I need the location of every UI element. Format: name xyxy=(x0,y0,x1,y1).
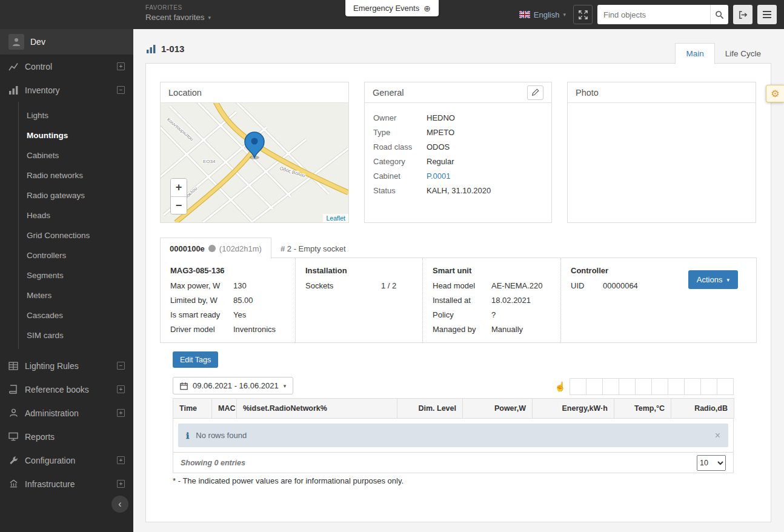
recent-favorites-dropdown[interactable]: Recent favorites ▾ xyxy=(145,13,211,22)
search-button[interactable] xyxy=(710,5,728,24)
collapse-icon[interactable]: − xyxy=(117,86,125,94)
column-header-temp[interactable]: Temp,°C xyxy=(614,399,671,419)
sidebar-item-lights[interactable]: Lights xyxy=(19,105,133,125)
map[interactable]: ΕΟ34 Οδός Βόλου Κουντουριώτου Πατρόκλου … xyxy=(161,103,348,222)
sidebar-item-infrastructure[interactable]: Infrastructure + xyxy=(0,472,133,496)
user-row[interactable]: Dev xyxy=(0,29,133,55)
close-icon[interactable]: × xyxy=(715,430,720,441)
table-toolbar: 09.06.2021 - 16.06.2021 ▾ ☝ xyxy=(173,377,734,395)
chevron-down-icon: ▾ xyxy=(284,383,287,389)
bar-chart-icon xyxy=(147,45,156,53)
sidebar-item-segments[interactable]: Segments xyxy=(19,265,133,285)
sidebar-item-control[interactable]: Control + xyxy=(0,55,133,78)
expand-icon[interactable]: + xyxy=(117,480,125,488)
sidebar-item-mountings[interactable]: Mountings xyxy=(19,125,133,145)
sidebar-item-reference-books[interactable]: Reference books + xyxy=(0,377,133,401)
language-selector[interactable]: English ▾ xyxy=(519,10,566,19)
field-label: Owner xyxy=(373,111,427,125)
chevron-down-icon: ▾ xyxy=(208,15,211,21)
logout-button[interactable] xyxy=(733,5,752,24)
tab-life-cycle[interactable]: Life Cycle xyxy=(715,44,771,64)
emergency-events-button[interactable]: Emergency Events ⊕ xyxy=(345,0,439,16)
zoom-in-button[interactable]: + xyxy=(171,179,187,196)
sidebar-item-heads[interactable]: Heads xyxy=(19,205,133,225)
detail-label: Is smart ready xyxy=(170,308,233,322)
column-toggle-cell[interactable] xyxy=(619,378,636,395)
info-icon: ℹ xyxy=(186,431,189,441)
tab-main[interactable]: Main xyxy=(675,43,714,64)
column-toggle-cell[interactable] xyxy=(700,378,717,395)
expand-icon[interactable]: + xyxy=(117,62,125,70)
detail-label: Limited by, W xyxy=(170,293,233,308)
fullscreen-button[interactable] xyxy=(573,5,593,24)
settings-button[interactable]: ⚙ xyxy=(766,85,784,102)
sidebar-item-lighting-rules[interactable]: Lighting Rules − xyxy=(0,354,133,377)
sidebar-item-administration[interactable]: Administration + xyxy=(0,401,133,425)
actions-button[interactable]: Actions ▾ xyxy=(688,270,738,289)
detail-label: Installed at xyxy=(433,293,491,308)
sidebar-item-meters[interactable]: Meters xyxy=(19,285,133,305)
sidebar-item-cascades[interactable]: Cascades xyxy=(19,305,133,325)
sidebar: Dev Control + Inventory − Lights Mountin… xyxy=(0,29,133,532)
column-toggle-cell[interactable] xyxy=(635,378,652,395)
edit-tags-button[interactable]: Edit Tags xyxy=(173,351,218,368)
socket-tab-active[interactable]: 0000100e (102d2h1m) xyxy=(160,238,271,259)
column-toggle-cell[interactable] xyxy=(717,378,734,395)
cabinet-link[interactable]: P.0001 xyxy=(427,169,451,184)
page-size-select[interactable]: 10 xyxy=(697,455,726,471)
expand-icon[interactable]: + xyxy=(117,385,125,393)
installation-title: Installation xyxy=(305,266,413,275)
expand-icon[interactable]: + xyxy=(117,409,125,417)
leaflet-attribution[interactable]: Leaflet xyxy=(323,214,348,222)
detail-value: AE-NEMA.220 xyxy=(491,279,543,293)
column-toggle-cell[interactable] xyxy=(602,378,619,395)
sidebar-item-reports[interactable]: Reports xyxy=(0,425,133,448)
expand-icon[interactable]: + xyxy=(117,456,125,464)
sidebar-collapse-button[interactable]: ‹ xyxy=(111,496,128,513)
column-toggle-cell[interactable] xyxy=(586,378,603,395)
sidebar-item-radio-networks[interactable]: Radio networks xyxy=(19,165,133,185)
circle-plus-icon: ⊕ xyxy=(424,4,431,13)
detail-value: 1 / 2 xyxy=(381,279,396,293)
detail-row: Head model AE-NEMA.220 xyxy=(433,279,551,293)
column-header-mac[interactable]: MAC xyxy=(212,399,237,419)
sidebar-item-cabinets[interactable]: Cabinets xyxy=(19,145,133,165)
search-input[interactable] xyxy=(597,5,710,24)
field-value: Regular xyxy=(427,155,454,169)
column-toggle-cell[interactable] xyxy=(668,378,685,395)
column-header-dim-level[interactable]: Dim. Level xyxy=(397,399,463,419)
user-name: Dev xyxy=(30,37,45,47)
person-icon xyxy=(8,408,18,418)
detail-value: 00000064 xyxy=(603,279,638,293)
column-toggle-cell[interactable] xyxy=(684,378,701,395)
column-header-power[interactable]: Power,W xyxy=(463,399,533,419)
sidebar-item-radio-gateways[interactable]: Radio gateways xyxy=(19,185,133,205)
column-header-energy[interactable]: Energy,kW·h xyxy=(533,399,614,419)
collapse-icon[interactable]: − xyxy=(117,362,125,370)
recent-favorites-label: Recent favorites xyxy=(145,13,205,22)
socket-tab-empty[interactable]: # 2 - Empty socket xyxy=(271,238,355,259)
sidebar-item-controllers[interactable]: Controllers xyxy=(19,245,133,265)
zoom-out-button[interactable]: − xyxy=(171,196,187,214)
sidebar-item-configuration[interactable]: Configuration + xyxy=(0,448,133,472)
uk-flag-icon xyxy=(519,11,530,18)
sidebar-item-sim-cards[interactable]: SIM cards xyxy=(19,325,133,345)
date-range-picker[interactable]: 09.06.2021 - 16.06.2021 ▾ xyxy=(173,377,293,394)
detail-label: Driver model xyxy=(170,322,233,337)
general-panel: General Owner HEDNO Type MPETO Road clas… xyxy=(364,82,552,223)
column-header-time[interactable]: Time xyxy=(173,399,212,419)
sidebar-item-grid-connections[interactable]: Grid Connections xyxy=(19,225,133,245)
photo-panel: Photo xyxy=(567,82,756,223)
column-toggle-cell[interactable] xyxy=(651,378,668,395)
column-toggle-cell[interactable] xyxy=(570,378,586,395)
detail-row: Driver model Inventronics xyxy=(170,322,285,337)
main-menu-button[interactable] xyxy=(757,5,777,24)
edit-general-button[interactable] xyxy=(527,85,543,100)
column-header-radio-network[interactable]: %idset.RadioNetwork% xyxy=(237,399,397,419)
sidebar-item-inventory[interactable]: Inventory − xyxy=(0,78,133,102)
column-header-radio[interactable]: Radio,dB xyxy=(671,399,734,419)
detail-value: 130 xyxy=(233,279,247,293)
column-toggles: ☝ xyxy=(554,378,734,395)
sidebar-item-label: Inventory xyxy=(25,85,60,95)
luminaire-model: MAG3-085-136 xyxy=(170,266,285,275)
